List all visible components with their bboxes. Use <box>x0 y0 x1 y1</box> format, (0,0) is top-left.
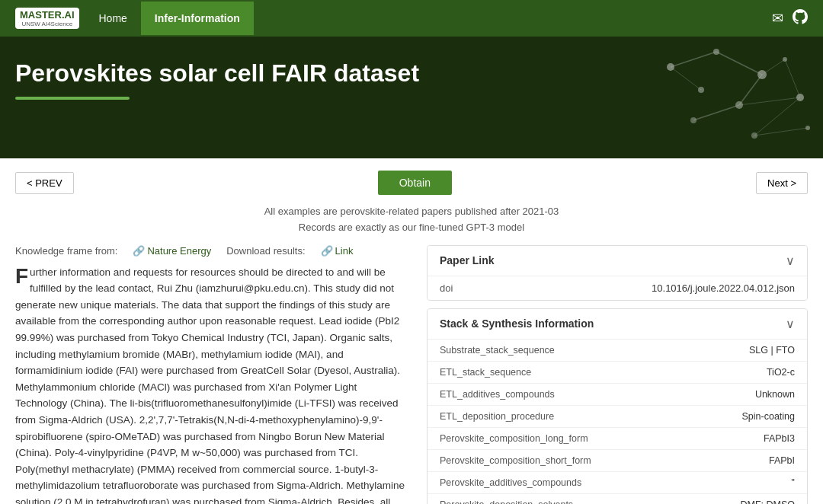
synth-row-5: Perovskite_composition_short_formFAPbI <box>428 450 807 472</box>
main-content: < PREV Obtain Next > All examples are pe… <box>0 158 823 504</box>
synth-key-3: ETL_deposition_procedure <box>440 411 703 422</box>
synth-val-3: Spin-coating <box>703 411 795 422</box>
knowledge-frame-link[interactable]: 🔗 Nature Energy <box>133 245 211 257</box>
hero-background <box>442 37 823 158</box>
synth-row-2: ETL_additives_compoundsUnknown <box>428 384 807 406</box>
paper-link-title: Paper Link <box>440 254 495 266</box>
knowledge-frame-row: Knowledge frame from: 🔗 Nature Energy Do… <box>15 245 412 257</box>
synth-val-7: DMF; DMSO <box>703 499 795 504</box>
synth-key-7: Perovskite_deposition_solvents <box>440 499 703 504</box>
navbar-icons: ✉ <box>772 9 808 28</box>
synth-row-7: Perovskite_deposition_solventsDMF; DMSO <box>428 494 807 504</box>
left-column: Knowledge frame from: 🔗 Nature Energy Do… <box>15 245 412 504</box>
paper-link-panel: Paper Link ∨ doi 10.1016/j.joule.2022.04… <box>427 245 808 301</box>
next-button[interactable]: Next > <box>756 172 808 194</box>
synth-row-0: Substrate_stack_sequenceSLG | FTO <box>428 340 807 362</box>
synth-key-0: Substrate_stack_sequence <box>440 345 703 356</box>
navbar: MASTER.AI UNSW AI4Science Home Infer-Inf… <box>0 0 823 37</box>
hero-section: Perovskites solar cell FAIR dataset <box>0 37 823 158</box>
synth-key-1: ETL_stack_sequence <box>440 367 703 378</box>
synth-val-2: Unknown <box>703 389 795 400</box>
download-label: Download results: <box>226 245 305 257</box>
paper-link-body: doi 10.1016/j.joule.2022.04.012.json <box>428 276 807 300</box>
stack-synthesis-header[interactable]: Stack & Synthesis Information ∨ <box>428 309 807 340</box>
body-text: F urther information and requests for re… <box>15 264 412 504</box>
stack-synthesis-panel: Stack & Synthesis Information ∨ Substrat… <box>427 308 808 504</box>
synth-val-1: TiO2-c <box>703 367 795 378</box>
synth-val-0: SLG | FTO <box>703 345 795 356</box>
navbar-nav: Home Infer-Information <box>85 2 254 35</box>
knowledge-frame-label: Knowledge frame from: <box>15 245 117 257</box>
body-text-content: urther information and requests for reso… <box>15 266 405 504</box>
nav-infer-information[interactable]: Infer-Information <box>141 2 254 35</box>
svg-line-13 <box>693 105 739 120</box>
synth-val-4: FAPbI3 <box>703 433 795 444</box>
synth-row-3: ETL_deposition_procedureSpin-coating <box>428 406 807 428</box>
synth-row-6: Perovskite_additives_compounds'' <box>428 472 807 494</box>
doi-value: 10.1016/j.joule.2022.04.012.json <box>652 282 795 294</box>
right-column: Paper Link ∨ doi 10.1016/j.joule.2022.04… <box>427 245 808 504</box>
stack-synthesis-body: Substrate_stack_sequenceSLG | FTOETL_sta… <box>428 340 807 504</box>
stack-synthesis-chevron: ∨ <box>786 317 795 331</box>
prev-button[interactable]: < PREV <box>15 172 74 194</box>
navbar-left: MASTER.AI UNSW AI4Science Home Infer-Inf… <box>15 2 254 35</box>
obtain-button[interactable]: Obtain <box>378 171 452 195</box>
page-title: Perovskites solar cell FAIR dataset <box>15 59 808 88</box>
nav-home[interactable]: Home <box>85 2 141 35</box>
download-link[interactable]: 🔗 Link <box>321 245 354 257</box>
synth-val-5: FAPbI <box>703 455 795 466</box>
synth-key-2: ETL_additives_compounds <box>440 389 703 400</box>
svg-line-18 <box>739 97 800 105</box>
hero-underline <box>15 97 130 100</box>
drop-cap: F <box>15 266 28 287</box>
doi-key: doi <box>440 282 453 294</box>
doi-row: doi 10.1016/j.joule.2022.04.012.json <box>428 276 807 300</box>
logo-box: MASTER.AI UNSW AI4Science <box>15 8 79 29</box>
info-text: All examples are perovskite-related pape… <box>15 204 808 236</box>
paper-link-chevron: ∨ <box>786 254 795 268</box>
synth-row-4: Perovskite_composition_long_formFAPbI3 <box>428 428 807 450</box>
synth-row-1: ETL_stack_sequenceTiO2-c <box>428 362 807 384</box>
github-icon[interactable] <box>793 9 808 28</box>
paper-link-header[interactable]: Paper Link ∨ <box>428 246 807 276</box>
stack-synthesis-title: Stack & Synthesis Information <box>440 317 594 330</box>
link-icon2: 🔗 <box>321 245 333 257</box>
info-line1: All examples are perovskite-related pape… <box>15 204 808 220</box>
logo-title: MASTER.AI <box>20 9 75 21</box>
info-line2: Records are exactly as our fine-tuned GP… <box>15 220 808 236</box>
link-icon: 🔗 <box>133 245 145 257</box>
toolbar-row: < PREV Obtain Next > <box>15 171 808 195</box>
two-col-layout: Knowledge frame from: 🔗 Nature Energy Do… <box>15 245 808 504</box>
synth-key-6: Perovskite_additives_compounds <box>440 477 703 488</box>
synth-val-6: '' <box>703 477 795 488</box>
synth-key-5: Perovskite_composition_short_form <box>440 455 703 466</box>
mail-icon[interactable]: ✉ <box>772 10 783 27</box>
logo-subtitle: UNSW AI4Science <box>21 21 72 27</box>
synth-key-4: Perovskite_composition_long_form <box>440 433 703 444</box>
